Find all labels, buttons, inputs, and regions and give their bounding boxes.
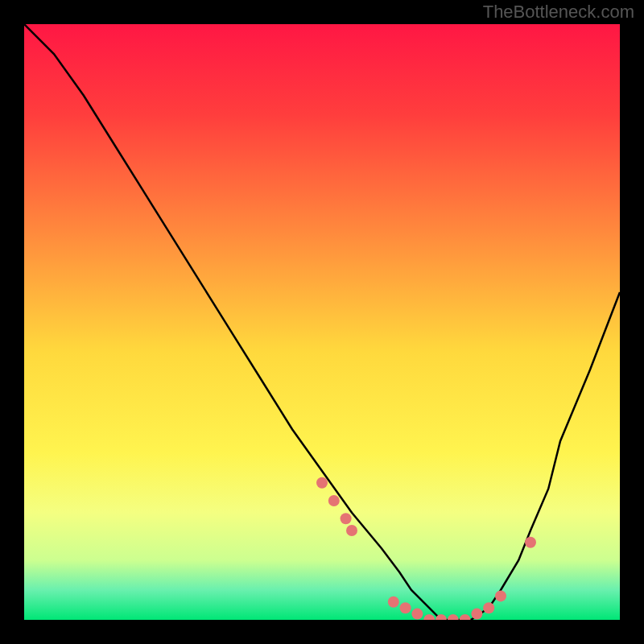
data-marker	[471, 609, 482, 620]
data-marker	[423, 614, 435, 620]
data-markers	[316, 477, 536, 620]
data-marker	[525, 537, 536, 548]
data-marker	[495, 590, 506, 601]
data-marker	[328, 495, 340, 506]
data-marker	[460, 614, 471, 620]
data-marker	[400, 602, 411, 613]
chart-container	[24, 24, 620, 620]
data-marker	[448, 614, 459, 620]
data-marker	[388, 597, 399, 608]
data-marker	[411, 609, 423, 620]
bottleneck-curve-line	[24, 24, 620, 620]
data-marker	[483, 602, 494, 613]
curve-overlay	[24, 24, 620, 620]
data-marker	[346, 525, 357, 536]
watermark-text: TheBottleneck.com	[483, 2, 634, 23]
data-marker	[316, 477, 328, 489]
data-marker	[341, 513, 352, 524]
